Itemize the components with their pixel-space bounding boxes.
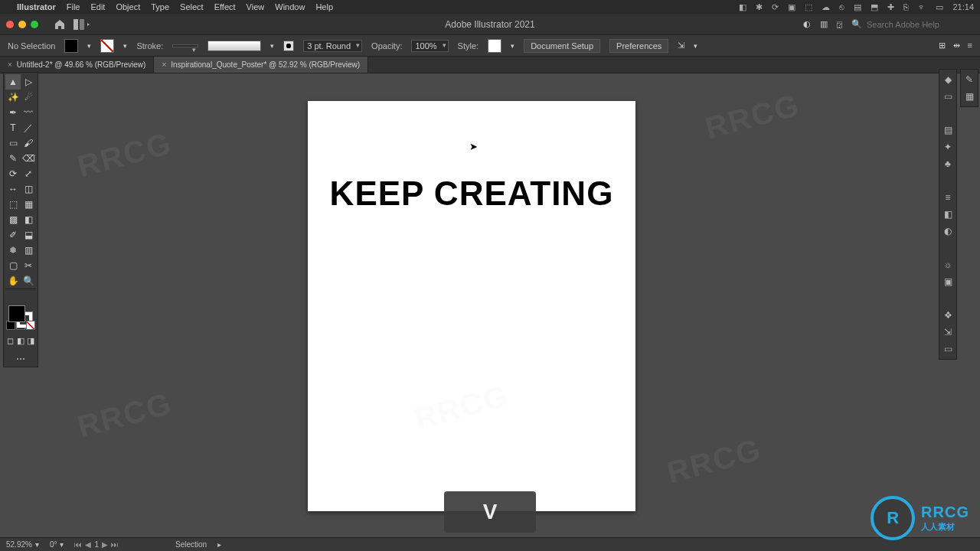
color-panel-icon[interactable]: ▤	[944, 125, 952, 135]
workspace-switcher-icon[interactable]	[74, 19, 90, 30]
menu-view[interactable]: View	[247, 2, 265, 11]
color-guide-panel-icon[interactable]: ✦	[944, 142, 952, 152]
next-artboard-icon[interactable]: ▶	[102, 540, 108, 549]
tray-icon[interactable]: ▣	[788, 2, 795, 12]
artboard-headline-text[interactable]: KEEP CREATING	[308, 174, 635, 213]
slice-tool-icon[interactable]: ✂	[21, 258, 36, 273]
document-tab[interactable]: × Untitled-2* @ 49.66 % (RGB/Preview)	[0, 57, 154, 73]
rotate-view-dropdown[interactable]: 0°▾	[50, 540, 64, 549]
stroke-profile-dropdown[interactable]: 3 pt. Round	[303, 40, 362, 52]
chevron-down-icon[interactable]: ▾	[87, 42, 91, 50]
free-transform-tool-icon[interactable]: ◫	[21, 181, 36, 197]
help-tips-icon[interactable]: ⍰	[837, 20, 842, 29]
tray-icon[interactable]: ✚	[887, 2, 894, 12]
cloud-sync-icon[interactable]: ◐	[803, 19, 811, 29]
shaper-tool-icon[interactable]: ✎	[5, 151, 21, 166]
mesh-tool-icon[interactable]: ▩	[5, 212, 21, 227]
first-artboard-icon[interactable]: ⏮	[74, 540, 82, 549]
artboard-tool-icon[interactable]: ▢	[5, 258, 21, 273]
libraries-panel-icon[interactable]: ▭	[944, 91, 952, 102]
prev-artboard-icon[interactable]: ◀	[85, 540, 91, 549]
eyedropper-tool-icon[interactable]: ✐	[5, 227, 21, 243]
appearance-panel-icon[interactable]: ☼	[944, 259, 952, 270]
line-segment-tool-icon[interactable]: ／	[21, 120, 36, 135]
chevron-down-icon[interactable]: ▾	[694, 42, 697, 50]
transform-panel-icon[interactable]: ⇹	[953, 41, 960, 51]
artboard-index[interactable]: 1	[94, 540, 99, 549]
arrange-documents-icon[interactable]: ▥	[820, 19, 828, 29]
help-search-input[interactable]	[867, 20, 974, 29]
snap-options-icon[interactable]: ⊞	[939, 41, 946, 51]
type-tool-icon[interactable]: T	[5, 120, 21, 135]
asset-export-panel-icon[interactable]: ⇲	[944, 327, 952, 337]
status-flyout-icon[interactable]: ▸	[217, 540, 221, 549]
magic-wand-tool-icon[interactable]: ✨	[5, 90, 21, 105]
rotate-tool-icon[interactable]: ⟳	[5, 166, 21, 181]
artboard[interactable]: KEEP CREATING	[308, 101, 635, 511]
tray-icon[interactable]: ⬒	[871, 2, 878, 12]
menu-object[interactable]: Object	[116, 2, 140, 11]
tray-icon[interactable]: ✱	[756, 2, 763, 12]
menu-edit[interactable]: Edit	[90, 2, 105, 11]
rectangle-tool-icon[interactable]: ▭	[5, 135, 21, 151]
transparency-panel-icon[interactable]: ◐	[944, 226, 952, 236]
layers-panel-icon[interactable]: ❖	[944, 310, 952, 321]
chevron-down-icon[interactable]: ▾	[123, 42, 127, 50]
curvature-tool-icon[interactable]: 〰	[21, 105, 36, 120]
menu-select[interactable]: Select	[180, 2, 204, 11]
comments-panel-icon[interactable]: ✎	[965, 74, 973, 85]
menu-type[interactable]: Type	[151, 2, 169, 11]
chevron-down-icon[interactable]: ▾	[511, 42, 514, 50]
blend-tool-icon[interactable]: ⬓	[21, 227, 36, 243]
shape-builder-tool-icon[interactable]: ⬚	[5, 197, 21, 212]
last-artboard-icon[interactable]: ⏭	[111, 540, 119, 549]
navigator-panel-icon[interactable]: ▦	[965, 91, 974, 102]
eraser-tool-icon[interactable]: ⌫	[21, 151, 36, 166]
brush-preview[interactable]	[207, 41, 261, 51]
tray-icon[interactable]: ◧	[739, 2, 746, 12]
stroke-swatch[interactable]	[100, 39, 114, 53]
variable-width-profile-icon[interactable]	[283, 41, 294, 51]
chevron-down-icon[interactable]: ▾	[270, 42, 274, 50]
menubar-app-name[interactable]: Illustrator	[17, 2, 56, 11]
opacity-dropdown[interactable]: 100%	[411, 40, 448, 52]
menu-file[interactable]: File	[67, 2, 80, 11]
zoom-level-dropdown[interactable]: 52.92%▾	[6, 540, 39, 549]
properties-panel-icon[interactable]: ◆	[945, 74, 952, 85]
tray-clock[interactable]: 21:14	[952, 2, 974, 11]
zoom-tool-icon[interactable]: 🔍	[21, 273, 36, 289]
scale-tool-icon[interactable]: ⤢	[21, 166, 36, 181]
tray-wifi-icon[interactable]: ⎘	[903, 2, 909, 11]
canvas[interactable]: KEEP CREATING ➤	[43, 73, 934, 537]
tray-icon[interactable]: ⎋	[839, 2, 844, 11]
graphic-style-swatch[interactable]	[488, 39, 501, 53]
selection-tool-icon[interactable]: ▲	[5, 74, 21, 90]
preferences-button[interactable]: Preferences	[609, 39, 668, 53]
document-tab[interactable]: × Inspirational_Quote_Poster* @ 52.92 % …	[154, 57, 368, 73]
tray-icon[interactable]: ⟳	[772, 2, 779, 12]
menu-effect[interactable]: Effect	[214, 2, 236, 11]
tray-battery-icon[interactable]: ▭	[936, 2, 943, 12]
graphic-styles-panel-icon[interactable]: ▣	[944, 276, 952, 287]
draw-behind-icon[interactable]: ◧	[15, 334, 25, 347]
close-icon[interactable]: ×	[162, 60, 166, 69]
symbol-sprayer-tool-icon[interactable]: ❅	[5, 243, 21, 258]
gradient-panel-icon[interactable]: ◧	[944, 209, 952, 220]
help-search[interactable]: 🔍	[851, 19, 974, 29]
menu-window[interactable]: Window	[275, 2, 305, 11]
window-traffic-lights[interactable]	[6, 21, 38, 28]
perspective-grid-tool-icon[interactable]: ▦	[21, 197, 36, 212]
swatches-panel-icon[interactable]: ♣	[945, 158, 951, 169]
paintbrush-tool-icon[interactable]: 🖌	[21, 135, 36, 151]
edit-toolbar-icon[interactable]: ⋯	[16, 353, 25, 365]
menu-help[interactable]: Help	[315, 2, 333, 11]
fill-color-swatch[interactable]	[8, 305, 25, 322]
artboards-panel-icon[interactable]: ▭	[944, 344, 952, 354]
fill-swatch[interactable]	[64, 39, 78, 53]
pen-tool-icon[interactable]: ✒	[5, 105, 21, 120]
hand-tool-icon[interactable]: ✋	[5, 273, 21, 289]
document-setup-button[interactable]: Document Setup	[524, 39, 600, 53]
color-mode-none-icon[interactable]	[26, 319, 36, 331]
width-tool-icon[interactable]: ↔	[5, 181, 21, 197]
align-to-icon[interactable]: ⇲	[678, 41, 684, 51]
